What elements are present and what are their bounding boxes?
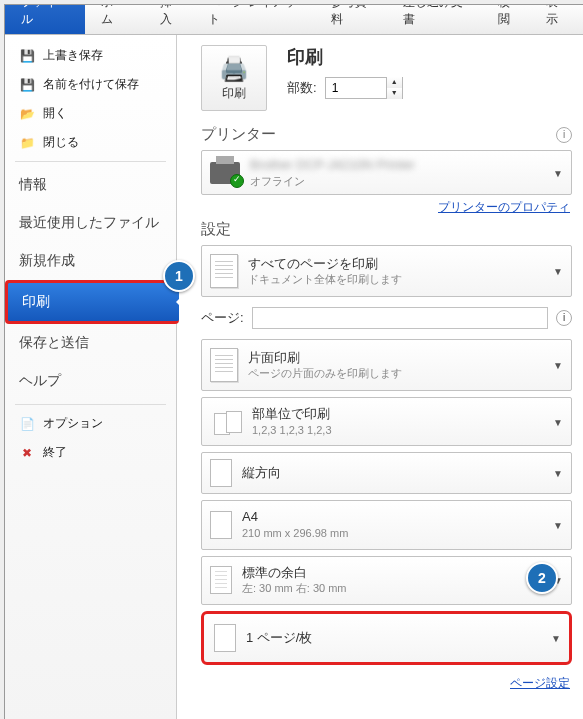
pages-per-sheet-selector[interactable]: 1 ページ/枚 ▼ (201, 611, 572, 665)
drop-sub: ドキュメント全体を印刷します (248, 272, 402, 286)
drop-sub: 210 mm x 296.98 mm (242, 526, 348, 540)
sidebar-label: 上書き保存 (43, 47, 103, 64)
spinner-up-icon[interactable]: ▲ (386, 77, 402, 88)
sidebar-open[interactable]: 📂 開く (5, 99, 176, 128)
sidebar-share[interactable]: 保存と送信 (5, 324, 176, 362)
separator (15, 161, 166, 162)
printer-properties-link[interactable]: プリンターのプロパティ (203, 199, 570, 216)
sidebar-label: オプション (43, 415, 103, 432)
sidebar-label: 終了 (43, 444, 67, 461)
sidebar-print[interactable]: 印刷 (5, 280, 179, 324)
print-title: 印刷 (287, 45, 403, 69)
sidebar-save[interactable]: 💾 上書き保存 (5, 41, 176, 70)
collate-icon (210, 411, 242, 433)
copies-label: 部数: (287, 79, 317, 97)
drop-sub: ページの片面のみを印刷します (248, 366, 402, 380)
sidebar-label: 閉じる (43, 134, 79, 151)
tab-references[interactable]: 参考資料 (319, 4, 391, 34)
backstage-sidebar: 💾 上書き保存 💾 名前を付けて保存 📂 開く 📁 閉じる 情報 最近使用したフ… (5, 35, 177, 719)
callout-2: 2 (526, 562, 558, 594)
orientation-selector[interactable]: 縦方向 ▼ (201, 452, 572, 494)
tab-file[interactable]: ファイル (5, 4, 85, 34)
sidebar-label: 開く (43, 105, 67, 122)
drop-title: 標準の余白 (242, 565, 347, 582)
sidebar-help[interactable]: ヘルプ (5, 362, 176, 400)
sidebar-new[interactable]: 新規作成 (5, 242, 176, 280)
saveas-icon: 💾 (19, 77, 35, 93)
sidebar-exit[interactable]: ✖ 終了 (5, 438, 176, 467)
sidebar-label: 名前を付けて保存 (43, 76, 139, 93)
drop-sub: 左: 30 mm 右: 30 mm (242, 581, 347, 595)
pages-icon (210, 254, 238, 288)
settings-header: 設定 (201, 220, 231, 239)
sidebar-save-as[interactable]: 💾 名前を付けて保存 (5, 70, 176, 99)
printer-selector[interactable]: Brother DCP-J4210N Printer オフライン ▼ (201, 150, 572, 195)
copies-spinner[interactable]: ▲ ▼ (325, 77, 403, 99)
folder-close-icon: 📁 (19, 135, 35, 151)
chevron-down-icon: ▼ (553, 468, 563, 479)
margins-selector[interactable]: 標準の余白 左: 30 mm 右: 30 mm ▼ (201, 556, 572, 605)
sidebar-recent[interactable]: 最近使用したファイル (5, 204, 176, 242)
tab-mailings[interactable]: 差し込み文書 (391, 4, 487, 34)
oneside-icon (210, 348, 238, 382)
sides-selector[interactable]: 片面印刷 ページの片面のみを印刷します ▼ (201, 339, 572, 391)
printer-status: オフライン (250, 174, 415, 188)
chevron-down-icon: ▼ (553, 416, 563, 427)
separator (15, 404, 166, 405)
spinner-down-icon[interactable]: ▼ (386, 88, 402, 99)
chevron-down-icon: ▼ (553, 167, 563, 178)
portrait-icon (210, 459, 232, 487)
pages-label: ページ: (201, 309, 244, 327)
printer-header: プリンター (201, 125, 276, 144)
chevron-down-icon: ▼ (551, 632, 561, 643)
per-sheet-icon (214, 624, 236, 652)
drop-sub: 1,2,3 1,2,3 1,2,3 (252, 423, 332, 437)
sidebar-info[interactable]: 情報 (5, 166, 176, 204)
exit-icon: ✖ (19, 445, 35, 461)
callout-1: 1 (163, 260, 195, 292)
printer-icon: 🖨️ (219, 55, 249, 83)
tab-view[interactable]: 表示 (534, 4, 582, 34)
drop-title: すべてのページを印刷 (248, 256, 402, 273)
drop-title: A4 (242, 509, 348, 526)
app-window: ファイル ホーム 挿入 ページ レイアウト 参考資料 差し込み文書 校閲 表示 … (4, 4, 583, 719)
print-range-selector[interactable]: すべてのページを印刷 ドキュメント全体を印刷します ▼ (201, 245, 572, 297)
tab-home[interactable]: ホーム (89, 4, 149, 34)
tab-layout[interactable]: ページ レイアウト (196, 4, 319, 34)
collate-selector[interactable]: 部単位で印刷 1,2,3 1,2,3 1,2,3 ▼ (201, 397, 572, 446)
options-icon: 📄 (19, 416, 35, 432)
drop-title: 縦方向 (242, 464, 281, 482)
info-icon[interactable]: i (556, 127, 572, 143)
print-pane: 🖨️ 印刷 印刷 部数: ▲ ▼ (177, 35, 583, 719)
print-button-label: 印刷 (222, 85, 246, 102)
paper-icon (210, 511, 232, 539)
copies-input[interactable] (326, 79, 386, 97)
sidebar-options[interactable]: 📄 オプション (5, 409, 176, 438)
drop-title: 片面印刷 (248, 350, 402, 367)
drop-title: 1 ページ/枚 (246, 629, 312, 647)
chevron-down-icon: ▼ (553, 360, 563, 371)
tab-insert[interactable]: 挿入 (148, 4, 196, 34)
ribbon-tabs: ファイル ホーム 挿入 ページ レイアウト 参考資料 差し込み文書 校閲 表示 (5, 5, 583, 35)
drop-title: 部単位で印刷 (252, 406, 332, 423)
chevron-down-icon: ▼ (553, 266, 563, 277)
print-button[interactable]: 🖨️ 印刷 (201, 45, 267, 111)
folder-open-icon: 📂 (19, 106, 35, 122)
pages-input[interactable] (252, 307, 548, 329)
printer-name: Brother DCP-J4210N Printer (250, 157, 415, 174)
printer-status-icon (210, 162, 240, 184)
margins-icon (210, 566, 232, 594)
chevron-down-icon: ▼ (553, 519, 563, 530)
page-setup-link[interactable]: ページ設定 (203, 675, 570, 692)
sidebar-close[interactable]: 📁 閉じる (5, 128, 176, 157)
tab-review[interactable]: 校閲 (486, 4, 534, 34)
paper-size-selector[interactable]: A4 210 mm x 296.98 mm ▼ (201, 500, 572, 549)
info-icon[interactable]: i (556, 310, 572, 326)
save-icon: 💾 (19, 48, 35, 64)
